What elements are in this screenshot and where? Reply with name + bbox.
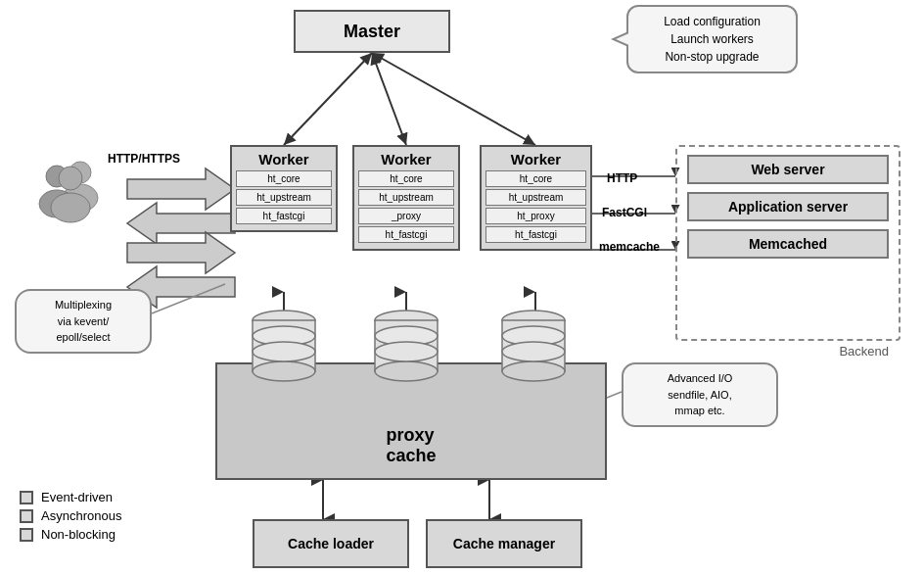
- worker1-module-core: ht_core: [236, 170, 332, 187]
- svg-line-2: [372, 53, 535, 145]
- worker3-module-core: ht_core: [485, 170, 586, 187]
- backend-label: Backend: [839, 344, 889, 359]
- svg-point-35: [502, 361, 565, 381]
- legend-label-2: Asynchronous: [41, 508, 121, 523]
- worker2-title: Worker: [358, 151, 454, 168]
- cache-manager-box: Cache manager: [426, 519, 582, 568]
- worker3-module-fastcgi: ht_fastcgi: [485, 226, 586, 243]
- legend-item-2: Asynchronous: [20, 508, 121, 523]
- worker1-module-upstream: ht_upstream: [236, 189, 332, 206]
- worker3-box: Worker ht_core ht_upstream ht_proxy ht_f…: [480, 145, 592, 251]
- app-server-item: Application server: [687, 192, 889, 221]
- http-label: HTTP: [607, 171, 637, 185]
- svg-point-22: [51, 193, 90, 222]
- cache-loader-label: Cache loader: [288, 536, 374, 551]
- legend-sq-2: [20, 509, 33, 523]
- legend: Event-driven Asynchronous Non-blocking: [20, 490, 121, 546]
- master-box: Master: [294, 10, 450, 53]
- worker3-title: Worker: [485, 151, 586, 168]
- legend-label-3: Non-blocking: [41, 527, 116, 542]
- legend-item-1: Event-driven: [20, 490, 121, 504]
- svg-line-15: [152, 284, 225, 313]
- svg-point-21: [59, 167, 82, 190]
- people-icon: [29, 157, 108, 225]
- worker2-module-fastcgi: ht_fastcgi: [358, 226, 454, 243]
- legend-sq-1: [20, 491, 33, 504]
- worker2-module-proxy: _proxy: [358, 208, 454, 224]
- worker2-module-upstream: ht_upstream: [358, 189, 454, 206]
- svg-point-37: [502, 342, 565, 361]
- cache-loader-box: Cache loader: [253, 519, 409, 568]
- worker3-module-upstream: ht_upstream: [485, 189, 586, 206]
- web-server-item: Web server: [687, 155, 889, 184]
- legend-sq-3: [20, 528, 33, 542]
- svg-line-1: [372, 53, 406, 145]
- svg-point-32: [375, 342, 438, 361]
- callout-top: Load configurationLaunch workersNon-stop…: [626, 5, 798, 73]
- legend-item-3: Non-blocking: [20, 527, 121, 542]
- svg-marker-5: [127, 232, 235, 273]
- fastcgi-label: FastCGI: [602, 206, 647, 219]
- db-cylinder-3: [499, 309, 568, 387]
- svg-marker-4: [127, 203, 235, 244]
- memcache-label: memcache: [599, 240, 660, 254]
- callout-advanced-io: Advanced I/Osendfile, AIO,mmap etc.: [622, 362, 778, 427]
- proxy-cache-label: proxycache: [386, 425, 436, 466]
- svg-marker-3: [127, 168, 235, 210]
- db-cylinder-2: [372, 309, 440, 387]
- svg-point-25: [253, 361, 315, 381]
- legend-label-1: Event-driven: [41, 490, 113, 504]
- http-https-label: HTTP/HTTPS: [108, 152, 180, 166]
- worker3-module-proxy: ht_proxy: [485, 208, 586, 224]
- svg-line-0: [284, 53, 372, 145]
- svg-point-30: [375, 361, 438, 381]
- worker1-title: Worker: [236, 151, 332, 168]
- db-cylinder-1: [250, 309, 318, 387]
- worker2-module-core: ht_core: [358, 170, 454, 187]
- worker1-module-fastcgi: ht_fastcgi: [236, 208, 332, 224]
- diagram-container: HTTP/HTTPS Master Load configurationLaun…: [0, 0, 924, 575]
- worker2-box: Worker ht_core ht_upstream _proxy ht_fas…: [352, 145, 460, 251]
- svg-point-27: [253, 342, 315, 361]
- memcached-item: Memcached: [687, 229, 889, 259]
- worker1-box: Worker ht_core ht_upstream ht_fastcgi: [230, 145, 338, 232]
- cache-manager-label: Cache manager: [453, 536, 555, 551]
- callout-multiplexing: Multiplexingvia kevent/epoll/select: [15, 289, 152, 354]
- backend-box: Web server Application server Memcached …: [675, 145, 901, 341]
